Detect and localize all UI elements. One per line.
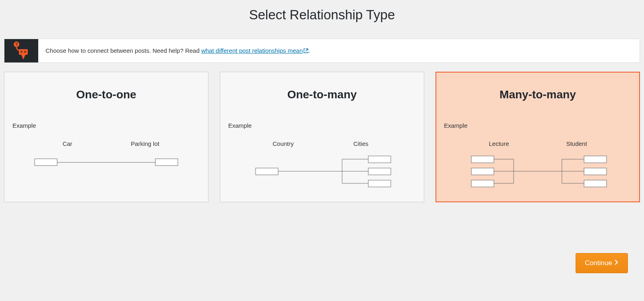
page-title: Select Relationship Type (0, 0, 644, 27)
left-entity-label: Car (29, 140, 106, 147)
diagram-one-to-many (242, 154, 402, 190)
continue-label: Continue (585, 259, 612, 267)
left-entity-label: Lecture (460, 140, 538, 147)
card-title: One-to-one (12, 88, 200, 101)
svg-rect-21 (584, 168, 607, 175)
svg-rect-9 (368, 156, 391, 163)
external-link-icon (303, 48, 308, 54)
svg-rect-17 (471, 156, 494, 163)
svg-rect-10 (368, 168, 391, 175)
svg-rect-6 (35, 159, 57, 166)
svg-rect-20 (584, 156, 607, 163)
card-many-to-many[interactable]: Many-to-many Example Lecture Student (436, 72, 640, 202)
svg-rect-4 (24, 51, 26, 53)
svg-rect-19 (471, 180, 494, 187)
diagram-labels: Lecture Student (444, 140, 632, 147)
svg-rect-2 (19, 49, 28, 55)
help-icon: ? (4, 39, 38, 62)
example-label: Example (12, 122, 200, 129)
help-bar: ? Choose how to connect between posts. N… (4, 39, 640, 63)
card-title: Many-to-many (444, 88, 632, 101)
diagram-one-to-one (26, 154, 187, 172)
left-entity-label: Country (244, 140, 322, 147)
right-entity-label: Cities (322, 140, 400, 147)
diagram-many-to-many (457, 154, 618, 190)
svg-rect-3 (21, 51, 23, 53)
help-text-after: . (308, 47, 310, 54)
svg-rect-11 (368, 180, 391, 187)
svg-text:?: ? (15, 42, 18, 47)
example-label: Example (444, 122, 632, 129)
chevron-right-icon (615, 259, 619, 267)
help-text: Choose how to connect between posts. Nee… (38, 39, 317, 62)
diagram-labels: Country Cities (228, 140, 416, 147)
right-entity-label: Student (538, 140, 615, 147)
continue-button[interactable]: Continue (576, 253, 628, 273)
svg-rect-18 (471, 168, 494, 175)
svg-rect-8 (256, 168, 278, 175)
svg-rect-7 (155, 159, 178, 166)
help-link[interactable]: what different post relationships mean (201, 47, 308, 54)
card-one-to-one[interactable]: One-to-one Example Car Parking lot (4, 72, 208, 202)
right-entity-label: Parking lot (106, 140, 184, 147)
svg-rect-22 (584, 180, 607, 187)
help-text-before: Choose how to connect between posts. Nee… (45, 47, 201, 54)
diagram-labels: Car Parking lot (12, 140, 200, 147)
card-title: One-to-many (228, 88, 416, 101)
example-label: Example (228, 122, 416, 129)
card-one-to-many[interactable]: One-to-many Example Country Cities (220, 72, 424, 202)
cards-row: One-to-one Example Car Parking lot One-t… (0, 72, 644, 202)
